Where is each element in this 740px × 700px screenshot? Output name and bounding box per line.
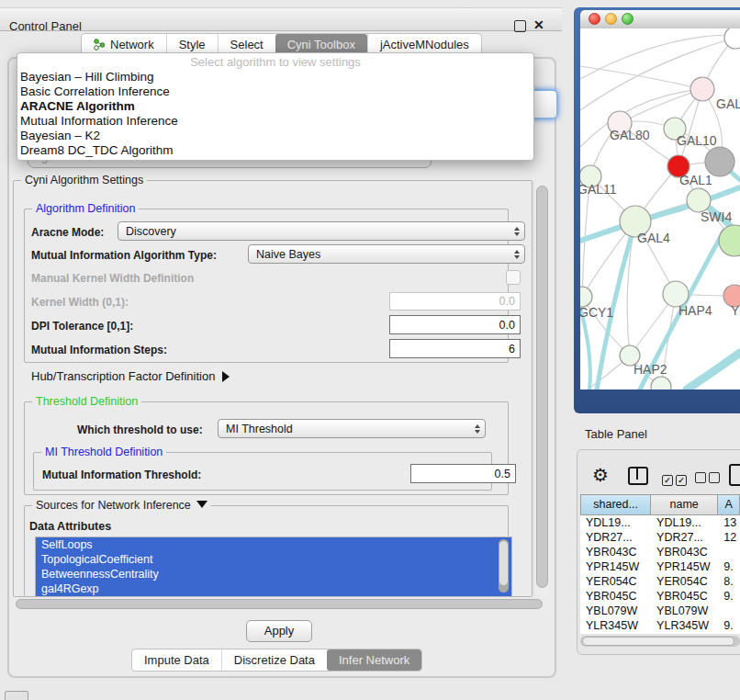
float-window-icon[interactable] <box>514 20 526 32</box>
algorithm-list: Bayesian – Hill ClimbingBasic Correlatio… <box>17 70 533 158</box>
table-cell: YBR043C <box>580 545 651 559</box>
data-attribute-item[interactable]: TopologicalCoefficient <box>36 552 511 567</box>
sources-title[interactable]: Sources for Network Inference <box>32 499 211 512</box>
network-canvas[interactable]: GALGAL80GAL10GAL1GAL11SWI4GAL4GCY1HAP4YH… <box>580 28 740 390</box>
table-row[interactable]: YPR145WYPR145W9. <box>580 559 740 574</box>
network-node-gal[interactable] <box>690 77 714 101</box>
list-vscrollbar-thumb[interactable] <box>499 541 508 585</box>
table-cell: YBL079W <box>651 604 718 618</box>
table-cell: YPR145W <box>651 559 718 574</box>
table-row[interactable]: YDR27...YDR27...12 <box>580 530 740 545</box>
zoom-traffic-light-icon[interactable] <box>622 13 633 25</box>
table-cell <box>718 545 740 559</box>
algorithm-dropdown-popup: Select algorithm to view settings Bayesi… <box>17 52 534 161</box>
table-row[interactable]: YLR345WYLR345W9. <box>580 618 740 633</box>
table-row[interactable]: YIL052CYIL052C9. <box>580 633 740 634</box>
table-cell: 9. <box>718 618 740 633</box>
which-threshold-label: Which threshold to use: <box>77 423 203 436</box>
table-row[interactable]: YBR043CYBR043C <box>580 545 740 559</box>
kernel-width-label: Kernel Width (0,1): <box>31 296 129 309</box>
mi-steps-field[interactable] <box>389 339 521 358</box>
table-cell: YDL19... <box>651 515 718 530</box>
panel-icon[interactable] <box>729 464 740 486</box>
network-edge <box>580 38 735 110</box>
hub-transcription-expander[interactable]: Hub/Transcription Factor Definition <box>31 367 230 384</box>
network-node-label: GCY1 <box>580 305 613 320</box>
network-node-gcy1[interactable] <box>580 287 592 307</box>
hub-transcription-label: Hub/Transcription Factor Definition <box>31 369 215 383</box>
aracne-mode-combo[interactable]: Discovery <box>118 221 525 241</box>
kernel-width-field[interactable] <box>389 292 521 310</box>
list-vscrollbar-track[interactable] <box>499 539 509 593</box>
network-edge-highlighted <box>687 353 740 390</box>
settings-hscrollbar-thumb[interactable] <box>16 599 543 609</box>
settings-vscrollbar-thumb[interactable] <box>536 186 548 588</box>
algorithm-option[interactable]: Basic Correlation Inference <box>17 85 533 99</box>
network-node-label: GAL <box>716 96 740 111</box>
close-icon[interactable]: ✕ <box>533 17 544 32</box>
mi-threshold-field[interactable] <box>410 464 516 483</box>
mi-steps-label: Mutual Information Steps: <box>31 344 167 356</box>
algorithm-option[interactable]: ARACNE Algorithm <box>17 99 533 114</box>
table-cell: YER054C <box>580 574 651 589</box>
table-cell: 9. <box>718 559 740 574</box>
table-cell: YBL079W <box>580 604 651 618</box>
table-row[interactable]: YER054CYER054C8. <box>580 574 740 589</box>
settings-hscrollbar-track[interactable] <box>13 597 549 609</box>
table-cell: YIL052C <box>580 633 651 634</box>
column-header-name[interactable]: name <box>651 494 718 515</box>
column-header-shared[interactable]: shared... <box>580 494 651 515</box>
algorithm-option[interactable]: Dream8 DC_TDC Algorithm <box>17 143 533 158</box>
algorithm-option[interactable]: Bayesian – K2 <box>17 129 533 143</box>
table-cell: YDR27... <box>651 530 718 545</box>
algorithm-definition-title: Algorithm Definition <box>32 202 139 215</box>
table-row[interactable]: YBL079WYBL079W <box>580 604 740 618</box>
algorithm-dropdown-placeholder: Select algorithm to view settings <box>17 55 533 70</box>
data-attribute-item[interactable]: gal4RGexp <box>36 581 511 596</box>
table-cell: YBR045C <box>651 589 718 604</box>
settings-vscrollbar-track[interactable] <box>533 182 549 595</box>
node-table: shared... name A YDL19...YDL19...13YDR27… <box>580 494 740 634</box>
deselect-all-checkboxes-icon[interactable] <box>695 470 723 487</box>
collapse-arrow-icon <box>196 501 207 508</box>
data-attributes-list[interactable]: SelfLoopsTopologicalCoefficientBetweenne… <box>35 536 512 597</box>
apply-button[interactable]: Apply <box>246 620 312 642</box>
data-attribute-item[interactable]: BetweennessCentrality <box>36 567 511 581</box>
table-cell: 13 <box>718 515 740 530</box>
table-cell: YLR345W <box>580 618 651 633</box>
algorithm-option[interactable]: Mutual Information Inference <box>17 114 533 129</box>
network-node[interactable] <box>651 377 671 390</box>
stepper-arrows-icon <box>470 424 485 434</box>
table-cell: 9. <box>718 589 740 604</box>
table-cell: YPR145W <box>580 559 651 574</box>
network-icon <box>94 39 106 51</box>
network-node-label: GAL11 <box>580 182 617 197</box>
aracne-mode-value: Discovery <box>118 225 510 238</box>
manual-kernel-width-checkbox[interactable] <box>506 270 521 285</box>
close-traffic-light-icon[interactable] <box>589 13 600 25</box>
table-cell: YDL19... <box>580 515 651 530</box>
gear-icon[interactable]: ⚙ <box>592 464 609 486</box>
bottom-left-partial-button[interactable] <box>5 691 28 700</box>
table-row[interactable]: YDL19...YDL19...13 <box>580 515 740 530</box>
table-row[interactable]: YBR045CYBR045C9. <box>580 589 740 604</box>
select-all-checkboxes-icon[interactable]: ✓✓ <box>662 470 690 487</box>
network-node[interactable] <box>724 28 740 49</box>
tab-impute-data[interactable]: Impute Data <box>132 649 221 671</box>
threshold-definition-title: Threshold Definition <box>32 395 141 408</box>
network-node-label: SWI4 <box>701 209 732 224</box>
which-threshold-combo[interactable]: MI Threshold <box>218 419 486 438</box>
tab-infer-network[interactable]: Infer Network <box>327 649 421 671</box>
algorithm-option[interactable]: Bayesian – Hill Climbing <box>17 70 533 85</box>
minimize-traffic-light-icon[interactable] <box>605 13 617 25</box>
column-header-third[interactable]: A <box>718 494 740 515</box>
dpi-tolerance-field[interactable] <box>389 315 521 334</box>
data-attribute-item[interactable]: SelfLoops <box>36 537 511 552</box>
tab-discretize-data[interactable]: Discretize Data <box>221 649 327 671</box>
network-edge <box>580 35 727 79</box>
table-hscrollbar-thumb[interactable] <box>582 637 734 646</box>
mi-algorithm-type-combo[interactable]: Naive Bayes <box>248 244 525 264</box>
stepper-arrows-icon <box>510 250 524 259</box>
columns-icon[interactable] <box>628 467 648 485</box>
table-cell: YLR345W <box>651 618 718 633</box>
